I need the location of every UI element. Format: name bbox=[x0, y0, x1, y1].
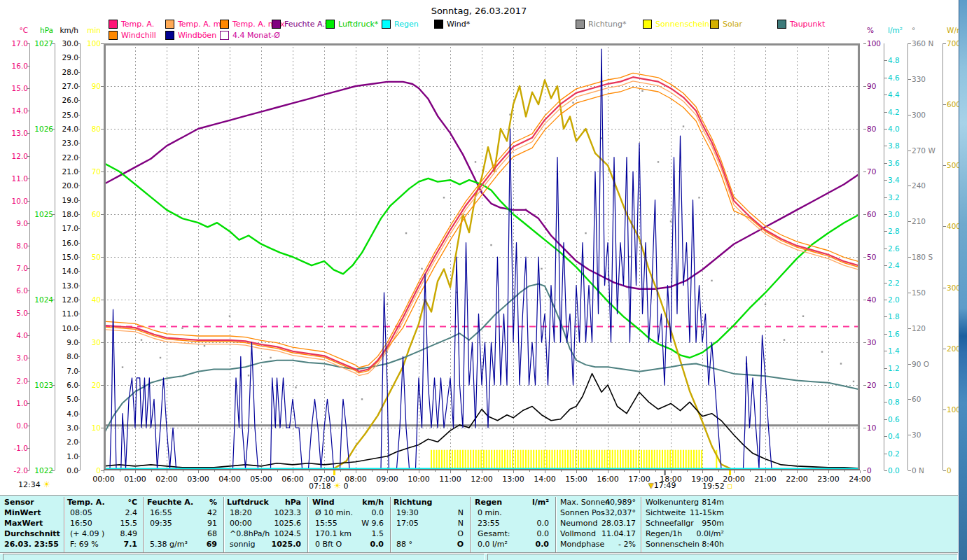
status-panel-left bbox=[3, 554, 485, 560]
x-halfhour-tick bbox=[687, 470, 688, 472]
legend-item-regen[interactable]: Regen bbox=[382, 20, 419, 29]
wind-tick-label: 12.0 bbox=[53, 296, 78, 304]
humidity-tick bbox=[863, 300, 866, 300]
rain-tick bbox=[884, 419, 887, 420]
info-value: 950m bbox=[646, 519, 724, 528]
direction-tick-label: 120 bbox=[912, 325, 942, 332]
humidity-tick bbox=[863, 214, 866, 215]
rain-tick bbox=[884, 163, 887, 164]
rain-tick bbox=[884, 334, 887, 335]
table-row-label: MinWert bbox=[4, 508, 63, 517]
direction-tick-label: 90 O bbox=[912, 360, 942, 368]
rain-tick-label: 4.4 bbox=[888, 91, 919, 99]
direction-tick bbox=[908, 470, 911, 471]
x-tick-label: 02:00 bbox=[151, 475, 182, 483]
table-column-separator bbox=[555, 497, 556, 556]
rain-tick bbox=[884, 214, 887, 215]
rain-tick-label: 2.8 bbox=[888, 227, 919, 235]
radiation-axis-line bbox=[942, 43, 943, 470]
x-tick-label: 09:00 bbox=[372, 475, 403, 483]
radiation-tick bbox=[943, 349, 946, 349]
x-halfhour-tick bbox=[340, 470, 341, 472]
x-tick bbox=[734, 470, 735, 473]
legend-item-luftdruck-[interactable]: Luftdruck* bbox=[326, 20, 378, 29]
x-halfhour-tick bbox=[151, 470, 152, 472]
rain-tick-label: 3.2 bbox=[888, 194, 919, 202]
legend-item-windchill[interactable]: Windchill bbox=[109, 31, 156, 40]
legend-item-temp-a-min[interactable]: Temp. A. min bbox=[165, 20, 228, 29]
legend-label: Temp. A. bbox=[121, 20, 154, 29]
x-tick bbox=[104, 470, 104, 473]
x-tick bbox=[450, 470, 451, 473]
midday-axis-tick bbox=[664, 470, 666, 475]
humidity-tick-label: 30 bbox=[867, 339, 898, 346]
series-windb-en bbox=[104, 49, 860, 468]
legend-item-windb-en[interactable]: Windböen bbox=[165, 31, 216, 40]
humidity-tick-label: 70 bbox=[867, 168, 898, 176]
pressure-tick-label: 1026 bbox=[28, 125, 53, 133]
temp-tick-label: 2.0 bbox=[3, 377, 28, 385]
x-halfhour-tick bbox=[781, 470, 782, 472]
rain-tick bbox=[884, 300, 887, 300]
legend-item-feuchte-a-[interactable]: Feuchte A.* bbox=[272, 20, 328, 29]
sunshine-total-value: 12:34 bbox=[18, 480, 41, 489]
x-tick bbox=[387, 470, 388, 473]
humidity-tick bbox=[863, 428, 866, 428]
table-column-separator bbox=[143, 497, 144, 556]
humidity-tick-label: 100 bbox=[867, 40, 898, 48]
plot-area[interactable] bbox=[104, 43, 860, 470]
wind-tick-label: 18.0 bbox=[53, 211, 78, 218]
x-halfhour-tick bbox=[246, 470, 246, 472]
table-row-label: 26.03. 23:55 bbox=[4, 540, 63, 549]
humidity-tick bbox=[863, 257, 866, 258]
temp-tick bbox=[27, 290, 29, 291]
legend-item-richtung-[interactable]: Richtung* bbox=[576, 20, 626, 29]
humidity-tick bbox=[863, 342, 866, 343]
direction-tick-label: 30 bbox=[912, 431, 942, 439]
x-tick bbox=[293, 470, 293, 473]
direction-tick bbox=[908, 328, 911, 329]
wind-tick bbox=[77, 243, 80, 244]
cell-desc: 0 min. bbox=[478, 508, 502, 517]
wind-tick-label: 11.0 bbox=[53, 310, 78, 318]
cell-value: 2.4 bbox=[67, 508, 137, 517]
rain-tick bbox=[884, 197, 887, 198]
humidity-tick bbox=[863, 129, 866, 130]
wind-tick bbox=[77, 143, 80, 144]
temp-tick-label: 11.0 bbox=[3, 175, 28, 183]
wind-tick-label: 19.0 bbox=[53, 197, 78, 204]
x-tick bbox=[324, 470, 325, 473]
x-tick bbox=[639, 470, 640, 473]
cell-value: N bbox=[394, 508, 464, 517]
legend-item-wind-[interactable]: Wind* bbox=[434, 20, 470, 29]
x-halfhour-tick bbox=[655, 470, 656, 472]
temp-tick-label: 15.0 bbox=[3, 85, 28, 92]
sunrise-axis-tick bbox=[333, 470, 335, 475]
radiation-tick bbox=[943, 226, 946, 227]
table-bottom-groove bbox=[0, 552, 958, 553]
x-tick bbox=[482, 470, 482, 473]
chart-canvas[interactable] bbox=[104, 43, 860, 470]
x-tick bbox=[765, 470, 766, 473]
pressure-tick-label: 1022 bbox=[28, 467, 53, 475]
weather-chart-window: { "title": "Sonntag, 26.03.2017", "icons… bbox=[0, 0, 967, 560]
legend-item-taupunkt[interactable]: Taupunkt bbox=[777, 20, 825, 29]
x-halfhour-tick bbox=[403, 470, 404, 472]
legend-item-4-4-monat-[interactable]: 4.4 Monat-Ø bbox=[220, 31, 280, 40]
rain-tick-label: 0.6 bbox=[888, 416, 919, 424]
wind-tick bbox=[77, 328, 80, 329]
wind-tick-label: 9.0 bbox=[53, 339, 78, 346]
x-tick-label: 22:00 bbox=[781, 475, 812, 483]
temp-tick bbox=[27, 313, 29, 314]
legend-item-temp-a-[interactable]: Temp. A. bbox=[109, 20, 154, 29]
legend-item-solar[interactable]: Solar bbox=[710, 20, 742, 29]
info-value: 8:40h bbox=[646, 540, 724, 549]
wind-tick bbox=[77, 100, 80, 101]
sunshine-tick-label: 80 bbox=[76, 125, 101, 133]
wind-tick-label: 6.0 bbox=[53, 382, 78, 389]
sunshine-tick-label: 70 bbox=[76, 168, 101, 176]
legend-item-sonnenschein[interactable]: Sonnenschein bbox=[643, 20, 709, 29]
temp-tick-label: 14.0 bbox=[3, 107, 28, 115]
temp-tick-label: -2.0 bbox=[3, 467, 28, 475]
wind-tick bbox=[77, 200, 80, 201]
